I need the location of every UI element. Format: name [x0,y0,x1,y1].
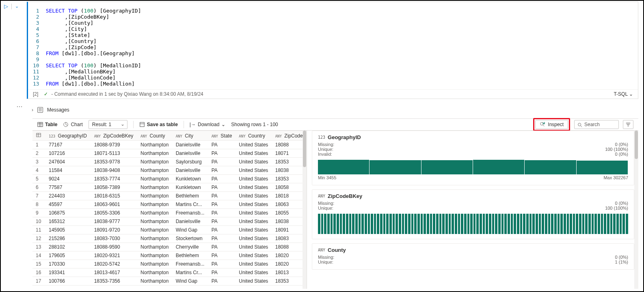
view-table-button[interactable]: Table [37,122,57,127]
cell[interactable]: 18055-3306 [91,209,137,217]
run-dropdown-button[interactable]: ⌄ [15,4,19,9]
search-input[interactable]: Search [574,120,619,129]
cell[interactable]: United States [236,251,272,260]
table-scrollbar[interactable] [303,131,307,289]
cell[interactable]: United States [236,243,272,251]
results-table[interactable]: 123 GeographyIDANY ZipCodeBKeyANY County… [32,131,307,286]
table-row[interactable]: 84559718063-9601NorthamptonMartins Cr...… [32,200,307,209]
cell[interactable]: PA [208,226,236,234]
cell[interactable]: United States [236,234,272,243]
cell[interactable]: Northampton [137,149,173,158]
cell[interactable]: 18038-9408 [91,166,137,175]
cell[interactable]: United States [236,260,272,268]
cell[interactable]: PA [208,243,236,251]
cell[interactable]: Northampton [137,200,173,209]
cell[interactable]: 18088 [272,243,307,251]
cell[interactable]: Danielsville [173,217,208,226]
cell[interactable]: 18020-9321 [91,251,137,260]
cell[interactable]: Wind Gap [173,277,208,286]
cell[interactable]: Freemansb... [173,209,208,217]
cell[interactable]: Northampton [137,183,173,192]
cell[interactable]: 247604 [45,158,91,166]
cell[interactable]: PA [208,166,236,175]
cell[interactable]: Cherryville [173,243,208,251]
cell[interactable]: 18091 [272,226,307,234]
cell[interactable]: 18088-9739 [91,141,137,149]
cell[interactable]: 288102 [45,243,91,251]
cell[interactable]: 18353-7356 [91,277,137,286]
table-row[interactable]: 324760418353-9778NorthamptonSaylorsburgP… [32,158,307,166]
run-cell-button[interactable]: ▷ [4,3,8,9]
cell[interactable]: 18071-5113 [91,149,137,158]
cell[interactable]: Bethlehem [173,192,208,200]
cell[interactable]: 18020 [272,251,307,260]
cell[interactable]: PA [208,277,236,286]
table-row[interactable]: 910687518055-3306NorthamptonFreemansb...… [32,209,307,217]
cell[interactable]: Kunkletown [173,175,208,183]
cell[interactable]: United States [236,183,272,192]
column-header[interactable]: ANY City [173,131,208,141]
cell[interactable]: PA [208,209,236,217]
inspect-button[interactable]: Inspect [535,120,568,129]
cell[interactable]: 18058 [272,183,307,192]
table-row[interactable]: 1710076618353-7356NorthamptonWind GapPAU… [32,277,307,286]
cell[interactable]: PA [208,234,236,243]
cell[interactable]: United States [236,217,272,226]
messages-tab[interactable]: Messages [47,107,69,113]
column-header[interactable]: ANY County [137,131,173,141]
cell[interactable]: 179605 [45,251,91,260]
cell[interactable]: Bethlehem [173,251,208,260]
inspect-scrollbar[interactable] [634,131,638,289]
column-header[interactable]: ANY State [208,131,236,141]
table-row[interactable]: 17716718088-9739NorthamptonDanielsvilleP… [32,141,307,149]
cell[interactable]: 100766 [45,277,91,286]
cell[interactable]: 170330 [45,260,91,268]
cell[interactable]: 18083 [272,234,307,243]
column-header[interactable]: ANY Country [236,131,272,141]
cell[interactable]: Northampton [137,260,173,268]
cell[interactable]: 224403 [45,192,91,200]
cell[interactable]: Martins Cr... [173,200,208,209]
cell[interactable]: Wind Gap [173,226,208,234]
cell[interactable]: PA [208,141,236,149]
sql-editor-cell[interactable]: 12345678910111213 SELECT TOP (100) [Geog… [27,2,638,99]
cell[interactable]: 77167 [45,141,91,149]
cell[interactable]: 18071 [272,149,307,158]
cell-more-menu[interactable]: … [16,101,23,109]
cell[interactable]: United States [236,277,272,286]
cell[interactable]: PA [208,251,236,260]
cell[interactable]: PA [208,158,236,166]
cell[interactable]: 18091-9720 [91,226,137,234]
cell[interactable]: 18013 [272,268,307,277]
cell[interactable]: Northampton [137,268,173,277]
cell[interactable]: 18038 [272,166,307,175]
cell[interactable]: United States [236,158,272,166]
cell[interactable]: 11584 [45,166,91,175]
cell[interactable]: 18088 [272,141,307,149]
cell[interactable]: Northampton [137,141,173,149]
cell[interactable]: United States [236,226,272,234]
table-row[interactable]: 1619334118013-4617NorthamptonMartins Cr.… [32,268,307,277]
table-row[interactable]: 722440318018-6315NorthamptonBethlehemPAU… [32,192,307,200]
language-selector[interactable]: T-SQL ⌄ [614,91,633,97]
cell[interactable]: Danielsville [173,166,208,175]
code-content[interactable]: SELECT TOP (100) [GeographyID] ,[ZipCode… [46,8,141,87]
cell[interactable]: Northampton [137,251,173,260]
cell[interactable]: 18353-9778 [91,158,137,166]
cell[interactable]: 18020-5742 [91,260,137,268]
table-row[interactable]: 1417960518020-9321NorthamptonBethlehemPA… [32,251,307,260]
cell[interactable]: Northampton [137,217,173,226]
cell[interactable]: PA [208,192,236,200]
cell[interactable]: 165312 [45,217,91,226]
cell[interactable]: Danielsville [173,141,208,149]
table-row[interactable]: 1221528618083-7030NorthamptonStockertown… [32,234,307,243]
table-row[interactable]: 1016531218038-9777NorthamptonDanielsvill… [32,217,307,226]
cell[interactable]: 45597 [45,200,91,209]
cell[interactable]: PA [208,200,236,209]
table-row[interactable]: 210721618071-5113NorthamptonDanielsville… [32,149,307,158]
cell[interactable]: United States [236,200,272,209]
view-chart-button[interactable]: Chart [63,122,82,127]
column-header[interactable]: ANY ZipCode [272,131,307,141]
table-row[interactable]: 67758718058-7389NorthamptonKunkletownPAU… [32,183,307,192]
cell[interactable]: Northampton [137,277,173,286]
